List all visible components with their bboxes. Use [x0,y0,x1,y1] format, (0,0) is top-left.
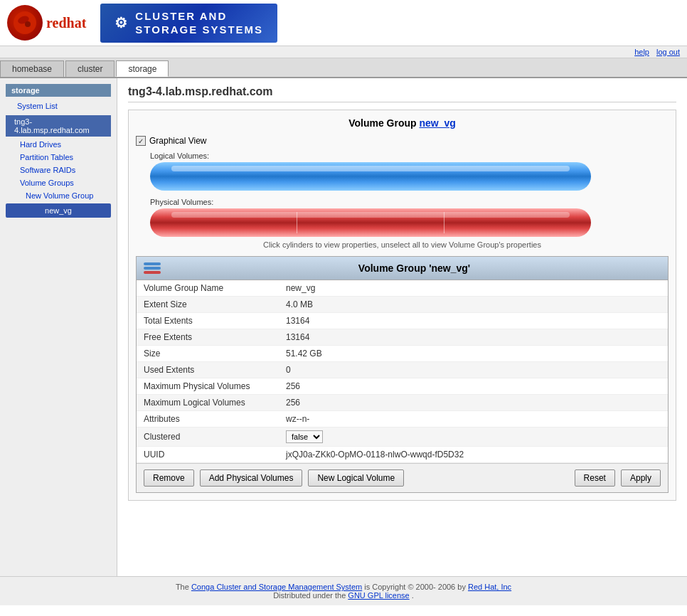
vg-icon [144,262,161,274]
pv-divider-1 [297,212,297,233]
footer-prefix: The [176,583,189,591]
new-logical-volume-button[interactable]: New Logical Volume [308,469,404,487]
table-row: Maximum Logical Volumes 256 [137,395,668,411]
vg-icon-bar-blue2 [144,267,161,270]
sidebar: storage System List tng3-4.lab.msp.redha… [0,78,117,576]
sidebar-item-volume-groups[interactable]: Volume Groups [6,176,111,189]
field-value-attributes: wz--n- [279,411,668,428]
sidebar-item-partition-tables[interactable]: Partition Tables [6,151,111,164]
topbar: help log out [0,46,687,58]
help-link[interactable]: help [634,48,649,56]
logical-volumes-bar[interactable] [150,162,591,191]
field-label-size: Size [137,346,279,362]
sidebar-section-storage: storage [6,84,111,97]
logo-text: redhat [46,15,86,31]
field-label-max-pv: Maximum Physical Volumes [137,378,279,395]
logical-volumes-section: Logical Volumes: [150,152,669,191]
field-label-attributes: Attributes [137,411,279,428]
sidebar-item-system-list[interactable]: System List [6,100,111,112]
pv-divider-2 [444,212,444,233]
sidebar-subsection-host: tng3-4.lab.msp.redhat.com [6,115,111,137]
sidebar-item-hard-drives[interactable]: Hard Drives [6,138,111,151]
vg-title-link[interactable]: new_vg [419,117,455,129]
physical-volumes-bar[interactable] [150,208,591,237]
content: tng3-4.lab.msp.redhat.com Volume Group n… [117,78,687,576]
field-label-used-extents: Used Extents [137,362,279,378]
vg-icon-bar-red [144,271,161,274]
table-row: Total Extents 13164 [137,313,668,329]
footer-license-link[interactable]: GNU GPL license [348,591,409,600]
apply-button[interactable]: Apply [621,469,661,487]
sidebar-item-new-vg[interactable]: new_vg [6,203,111,218]
field-value-vg-name: new_vg [279,280,668,297]
physical-volumes-section: Physical Volumes: [150,198,669,237]
footer-line1: The Conga Cluster and Storage Management… [6,583,681,591]
field-value-total-extents: 13164 [279,313,668,329]
field-label-max-lv: Maximum Logical Volumes [137,395,279,411]
graphical-view-label-text: Graphical View [149,136,206,146]
nav-homebase[interactable]: homebase [0,60,64,77]
field-label-total-extents: Total Extents [137,313,279,329]
vg-area: Volume Group new_vg ✓ Graphical View Log… [128,110,676,501]
field-value-size: 51.42 GB [279,346,668,362]
button-row: Remove Add Physical Volumes New Logical … [137,463,668,492]
lv-bar-highlight [171,166,570,171]
nav: homebase cluster storage [0,58,687,78]
table-row: UUID jxQJ0a-ZKk0-OpMO-0118-nlwO-wwqd-fD5… [137,447,668,463]
field-label-vg-name: Volume Group Name [137,280,279,297]
vg-title: Volume Group new_vg [136,117,669,129]
sidebar-item-new-volume-group[interactable]: New Volume Group [6,189,111,202]
field-value-max-lv: 256 [279,395,668,411]
checkmark-icon: ✓ [138,137,144,145]
graphical-view-checkbox[interactable]: ✓ [136,136,146,146]
footer-license-prefix: Distributed under the [273,591,346,600]
banner-text: CLUSTER ANDSTORAGE SYSTEMS [135,9,263,37]
footer: The Conga Cluster and Storage Management… [0,576,687,605]
footer-company-link[interactable]: Red Hat, Inc [468,583,511,591]
cluster-banner: ⚙ CLUSTER ANDSTORAGE SYSTEMS [100,4,277,43]
graphical-view-section: ✓ Graphical View [136,136,669,146]
table-row: Maximum Physical Volumes 256 [137,378,668,395]
table-row: Size 51.42 GB [137,346,668,362]
field-label-uuid: UUID [137,447,279,463]
vg-icon-bar-blue [144,262,161,265]
reset-button[interactable]: Reset [575,469,615,487]
nav-storage[interactable]: storage [116,60,169,77]
footer-line2: Distributed under the GNU GPL license . [6,591,681,600]
remove-button[interactable]: Remove [144,469,194,487]
field-label-clustered: Clustered [137,428,279,447]
header: redhat ⚙ CLUSTER ANDSTORAGE SYSTEMS [0,0,687,46]
field-value-used-extents: 0 [279,362,668,378]
svg-point-2 [25,21,31,27]
field-value-max-pv: 256 [279,378,668,395]
redhat-logo: redhat [7,5,86,41]
logical-volumes-label: Logical Volumes: [150,152,669,160]
field-label-free-extents: Free Extents [137,329,279,346]
sidebar-item-software-raids[interactable]: Software RAIDs [6,164,111,176]
vg-info-title: Volume Group 'new_vg' [168,262,661,274]
page-title: tng3-4.lab.msp.redhat.com [128,85,676,102]
clustered-select[interactable]: false true [286,430,323,443]
main: storage System List tng3-4.lab.msp.redha… [0,78,687,576]
field-value-uuid: jxQJ0a-ZKk0-OpMO-0118-nlwO-wwqd-fD5D32 [279,447,668,463]
logout-link[interactable]: log out [656,48,680,56]
footer-license-suffix: . [412,591,414,600]
vg-title-prefix: Volume Group [348,117,416,129]
table-row: Volume Group Name new_vg [137,280,668,297]
vg-info-box: Volume Group 'new_vg' Volume Group Name … [136,256,669,493]
vg-info-table: Volume Group Name new_vg Extent Size 4.0… [137,280,668,463]
field-label-extent-size: Extent Size [137,297,279,313]
field-value-free-extents: 13164 [279,329,668,346]
footer-conga-link[interactable]: Conga Cluster and Storage Management Sys… [191,583,362,591]
physical-volumes-label: Physical Volumes: [150,198,669,206]
field-value-extent-size: 4.0 MB [279,297,668,313]
banner-icon: ⚙ [114,14,128,31]
table-row: Clustered false true [137,428,668,447]
vg-info-header: Volume Group 'new_vg' [137,257,668,280]
footer-mid: is Copyright © 2000- 2006 by [364,583,466,591]
add-physical-volumes-button[interactable]: Add Physical Volumes [200,469,303,487]
table-row: Free Extents 13164 [137,329,668,346]
pv-bar-highlight [171,212,570,218]
nav-cluster[interactable]: cluster [65,60,114,77]
logo-circle [7,5,43,41]
